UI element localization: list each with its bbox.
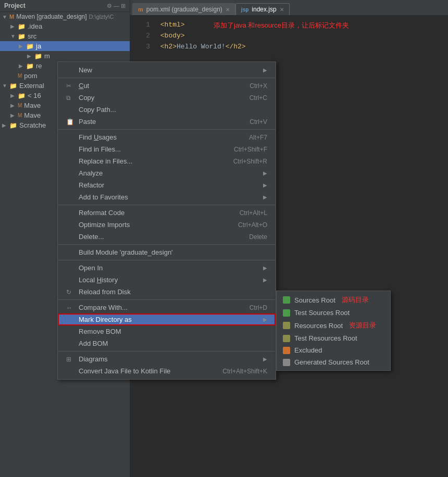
menu-item-find-in-files[interactable]: Find in Files... Ctrl+Shift+F xyxy=(58,143,276,155)
menu-label-build-module: Build Module 'graduate_design' xyxy=(79,248,267,256)
menu-item-reformat[interactable]: Reformat Code Ctrl+Alt+L xyxy=(58,207,276,219)
cut-icon: ✂ xyxy=(66,82,77,90)
folder-icon: 📁 xyxy=(18,92,26,99)
submenu-label-generated: Generated Sources Root xyxy=(294,358,369,366)
tree-label: Maven [graduate_design] xyxy=(16,13,86,20)
diagrams-icon: ⊞ xyxy=(66,356,77,363)
code-tag-close: </h2> xyxy=(226,43,246,51)
folder-icon: 📁 xyxy=(26,62,34,70)
tab-pom[interactable]: m pom.xml (graduate_design) ✕ xyxy=(132,3,235,15)
menu-item-add-favorites[interactable]: Add to Favorites ▶ xyxy=(58,191,276,203)
menu-item-refactor[interactable]: Refactor ▶ xyxy=(58,179,276,191)
shortcut-reformat: Ctrl+Alt+L xyxy=(240,209,267,217)
maven-icon: M xyxy=(18,103,22,108)
code-tag: <html> xyxy=(160,21,185,29)
submenu-arrow: ▶ xyxy=(263,67,267,73)
submenu-arrow-analyze: ▶ xyxy=(263,170,267,176)
expand-arrow: ▼ xyxy=(2,83,8,89)
expand-arrow: ▶ xyxy=(27,53,33,59)
tab-index[interactable]: jsp index.jsp ✕ xyxy=(235,3,290,15)
menu-item-local-history[interactable]: Local History ▶ xyxy=(58,274,276,286)
menu-label-add-bom: Add BOM xyxy=(79,340,267,347)
menu-label-reformat: Reformat Code xyxy=(79,209,240,217)
menu-item-reload[interactable]: ↻ Reload from Disk xyxy=(58,286,276,298)
editor-tabs: m pom.xml (graduate_design) ✕ jsp index.… xyxy=(130,0,448,16)
submenu-item-sources-root[interactable]: Sources Root 源码目录 xyxy=(277,293,390,307)
menu-label-reload: Reload from Disk xyxy=(79,288,267,296)
tab-pom-close[interactable]: ✕ xyxy=(226,7,230,12)
folder-icon: 📁 xyxy=(26,43,34,50)
tree-item-src[interactable]: ▼ 📁 src xyxy=(0,31,130,41)
menu-label-refactor: Refactor xyxy=(79,181,259,189)
menu-label-optimize: Optimize Imports xyxy=(79,221,238,229)
maven-icon: M xyxy=(9,14,14,20)
menu-item-paste[interactable]: 📋 Paste Ctrl+V xyxy=(58,116,276,128)
tree-label: pom xyxy=(24,72,37,80)
mark-directory-submenu: Sources Root 源码目录 Test Sources Root Reso… xyxy=(276,291,391,371)
shortcut-compare: Ctrl+D xyxy=(250,304,267,311)
menu-item-copy[interactable]: ⧉ Copy Ctrl+C xyxy=(58,92,276,104)
menu-item-compare-with[interactable]: ↔ Compare With... Ctrl+D xyxy=(58,302,276,313)
menu-label-diagrams: Diagrams xyxy=(79,355,259,363)
menu-item-convert-kotlin[interactable]: Convert Java File to Kotlin File Ctrl+Al… xyxy=(58,365,276,377)
tab-index-label: index.jsp xyxy=(252,6,276,13)
submenu-arrow-refactor: ▶ xyxy=(263,182,267,188)
menu-item-replace-in-files[interactable]: Replace in Files... Ctrl+Shift+R xyxy=(58,155,276,167)
submenu-item-excluded[interactable]: Excluded xyxy=(277,344,390,356)
sidebar-header: Project ⚙ — ⊞ xyxy=(0,0,130,12)
menu-item-delete[interactable]: Delete... Delete xyxy=(58,231,276,243)
tree-item-ja[interactable]: ▶ 📁 ja xyxy=(0,41,130,51)
tree-item-idea[interactable]: ▶ 📁 .idea xyxy=(0,21,130,31)
submenu-label-excluded: Excluded xyxy=(294,346,322,354)
menu-item-copy-path[interactable]: Copy Path... xyxy=(58,104,276,116)
submenu-arrow-mark: ▶ xyxy=(263,317,267,322)
submenu-item-test-resources[interactable]: Test Resources Root xyxy=(277,332,390,344)
menu-label-copy: Copy xyxy=(79,94,250,102)
submenu-item-test-sources[interactable]: Test Sources Root xyxy=(277,307,390,319)
submenu-label-test-sources: Test Sources Root xyxy=(294,309,350,317)
menu-label-add-favorites: Add to Favorites xyxy=(79,193,259,201)
tab-pom-label: pom.xml (graduate_design) xyxy=(146,6,222,13)
menu-item-open-in[interactable]: Open In ▶ xyxy=(58,262,276,274)
xml-icon: M xyxy=(18,73,22,79)
menu-item-find-usages[interactable]: Find Usages Alt+F7 xyxy=(58,131,276,143)
menu-item-remove-bom[interactable]: Remove BOM xyxy=(58,325,276,337)
menu-item-analyze[interactable]: Analyze ▶ xyxy=(58,167,276,179)
resources-root-annotation: 资源目录 xyxy=(349,321,376,330)
menu-item-diagrams[interactable]: ⊞ Diagrams ▶ xyxy=(58,353,276,365)
menu-sep xyxy=(58,78,276,78)
menu-item-mark-directory[interactable]: Mark Directory as ▶ xyxy=(58,313,276,325)
menu-label-paste: Paste xyxy=(79,118,250,125)
menu-item-cut[interactable]: ✂ Cut Ctrl+X xyxy=(58,80,276,92)
tree-item-maven-root[interactable]: ▼ M Maven [graduate_design] D:\glzty\C xyxy=(0,12,130,21)
menu-item-add-bom[interactable]: Add BOM xyxy=(58,337,276,349)
sidebar-icons: ⚙ — ⊞ xyxy=(107,3,126,9)
menu-item-new[interactable]: New ▶ xyxy=(58,64,276,76)
menu-item-optimize[interactable]: Optimize Imports Ctrl+Alt+O xyxy=(58,219,276,231)
menu-label-mark-directory: Mark Directory as xyxy=(79,316,259,323)
code-text: Hello World! xyxy=(177,43,226,51)
editor-annotation: 添加了java 和resource目录，让后标记文件夹 xyxy=(214,21,349,30)
tab-index-close[interactable]: ✕ xyxy=(280,7,284,12)
shortcut-convert: Ctrl+Alt+Shift+K xyxy=(222,368,267,375)
menu-label-new: New xyxy=(79,66,259,74)
code-line-2: 2 <body> xyxy=(134,31,444,42)
tree-item-m[interactable]: ▶ 📁 m xyxy=(0,51,130,61)
ide-background: Project ⚙ — ⊞ ▼ M Maven [graduate_design… xyxy=(0,0,448,477)
jsp-tab-icon: jsp xyxy=(241,7,248,12)
submenu-item-resources-root[interactable]: Resources Root 资源目录 xyxy=(277,319,390,332)
shortcut-cut: Ctrl+X xyxy=(250,82,267,90)
menu-item-build-module[interactable]: Build Module 'graduate_design' xyxy=(58,246,276,258)
maven-icon: M xyxy=(18,112,22,118)
context-menu: New ▶ ✂ Cut Ctrl+X ⧉ Copy Ctrl+C Copy Pa… xyxy=(57,61,276,380)
expand-arrow: ▶ xyxy=(10,23,17,29)
submenu-item-generated-sources[interactable]: Generated Sources Root xyxy=(277,356,390,368)
menu-sep5 xyxy=(58,260,276,260)
line-num-2: 2 xyxy=(134,31,150,42)
code-tag: <h2> xyxy=(160,43,177,51)
submenu-label-test-resources: Test Resources Root xyxy=(294,334,357,342)
code-tag: <body> xyxy=(160,32,185,40)
menu-label-replace-in-files: Replace in Files... xyxy=(79,157,233,165)
folder-icon: 📁 xyxy=(9,82,17,90)
expand-arrow: ▶ xyxy=(10,112,17,118)
